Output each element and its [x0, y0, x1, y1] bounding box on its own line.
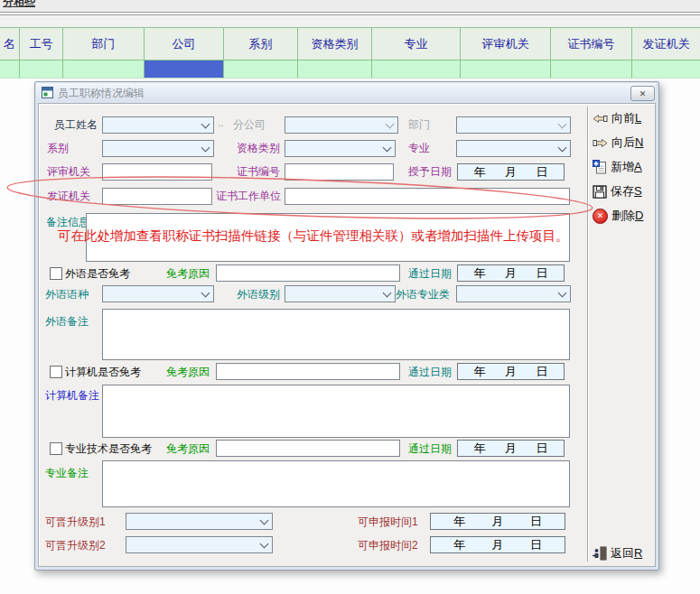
prev-mnemonic: L [635, 111, 641, 125]
grid-header-empno[interactable]: 工号 [20, 27, 63, 60]
fl-pass-date-field[interactable]: 年 月 日 [457, 265, 565, 282]
label-issue-org: 发证机关 [47, 190, 90, 202]
delete-button[interactable]: ✕ 删除D [593, 207, 656, 225]
fl-reason-input[interactable] [216, 265, 400, 282]
label-qual-type: 资格类别 [237, 143, 280, 154]
grid-header-series[interactable]: 系别 [224, 27, 298, 60]
label-tech-pass-date: 通过日期 [408, 443, 452, 455]
grid-header-name[interactable]: 名 [0, 27, 20, 60]
grid-header-dept[interactable]: 部门 [63, 27, 145, 60]
pc-note-textarea[interactable] [102, 385, 570, 438]
issue-org-input[interactable] [102, 188, 212, 205]
review-org-input[interactable] [102, 163, 212, 181]
fl-exempt-checkbox[interactable] [50, 267, 62, 280]
fl-level-combo[interactable] [285, 285, 396, 302]
label-fl-level: 外语级别 [237, 289, 280, 301]
back-button-label: 返回 [611, 546, 634, 560]
employee-name-combo[interactable] [102, 116, 214, 134]
add-button-label: 新增 [611, 160, 634, 173]
chevron-down-icon [558, 144, 567, 153]
dept-combo-disabled [456, 116, 571, 134]
back-button[interactable]: 返回R [593, 544, 656, 562]
grid-cell[interactable] [20, 60, 63, 79]
apply-time-2-field[interactable]: 年 月 日 [430, 536, 565, 553]
fl-note-textarea[interactable] [102, 309, 570, 360]
tech-pass-date-field[interactable]: 年 月 日 [457, 440, 565, 457]
grid-cell[interactable] [372, 60, 461, 79]
new-page-plus-icon [593, 160, 607, 174]
promote-level-2-combo[interactable] [126, 536, 273, 553]
tech-reason-input[interactable] [216, 440, 400, 457]
grid-cell[interactable] [0, 60, 20, 79]
pc-reason-input[interactable] [216, 363, 400, 380]
close-icon: ✕ [639, 89, 647, 98]
series-combo[interactable] [102, 140, 214, 157]
grid-cell[interactable] [63, 60, 145, 79]
grid-cell-selected[interactable] [145, 60, 224, 79]
save-mnemonic: S [634, 184, 642, 198]
tech-exempt-checkbox[interactable] [50, 442, 62, 455]
apply-time-1-field[interactable]: 年 月 日 [430, 513, 565, 530]
pc-pass-date-field[interactable]: 年 月 日 [457, 363, 565, 380]
floppy-save-icon [593, 185, 607, 199]
close-button[interactable]: ✕ [630, 86, 655, 101]
tech-note-textarea[interactable] [102, 460, 570, 507]
save-button-label: 保存 [611, 184, 634, 198]
next-button[interactable]: 向后N [593, 134, 656, 152]
grid-header-revieworg[interactable]: 评审机关 [461, 27, 551, 60]
delete-x-icon: ✕ [593, 209, 608, 224]
award-date-field[interactable]: 年 月 日 [457, 163, 565, 181]
grid-cell[interactable] [551, 60, 632, 79]
clipped-top-text: 分相些 [3, 0, 35, 10]
grid-header-major[interactable]: 专业 [372, 27, 461, 60]
label-tech-exempt: 专业技术是否免考 [65, 443, 152, 455]
grid-header-company[interactable]: 公司 [145, 27, 224, 60]
label-fl-lang: 外语语种 [45, 289, 89, 301]
save-button[interactable]: 保存S [593, 182, 656, 200]
label-fl-exempt: 外语是否免考 [65, 268, 130, 280]
chevron-down-icon [201, 289, 210, 298]
add-button[interactable]: 新增A [593, 158, 656, 176]
label-review-org: 评审机关 [47, 166, 90, 178]
annotation-note-text: 可在此处增加查看职称证书扫描件链接（与证件管理相关联）或者增加扫描件上传项目。 [58, 227, 569, 245]
label-tech-reason: 免考原因 [166, 443, 210, 455]
prev-button[interactable]: 向前L [593, 109, 656, 127]
chevron-down-icon [558, 120, 567, 129]
panel-divider [587, 107, 589, 562]
label-cert-no: 证书编号 [237, 166, 280, 178]
grid-cell[interactable] [461, 60, 551, 79]
qual-type-combo[interactable] [285, 140, 396, 157]
delete-button-label: 删除 [611, 209, 635, 222]
grid-header-qualtype[interactable]: 资格类别 [298, 27, 372, 60]
grid-cell[interactable] [298, 60, 372, 79]
chevron-down-icon [558, 289, 567, 298]
next-button-label: 向后 [611, 135, 635, 149]
major-combo[interactable] [456, 140, 571, 157]
fl-lang-combo[interactable] [102, 285, 214, 302]
pc-exempt-checkbox[interactable] [50, 366, 62, 378]
label-fl-note: 外语备注 [45, 316, 89, 328]
fl-category-combo[interactable] [456, 285, 571, 302]
label-employee-name: 员工姓名 [54, 119, 98, 131]
dialog-titlebar[interactable]: 员工职称情况编辑 [36, 83, 656, 101]
grid-header-issueorg[interactable]: 发证机关 [632, 27, 700, 60]
label-apply-time-1: 可申报时间1 [358, 516, 418, 528]
label-fl-pass-date: 通过日期 [408, 268, 452, 280]
cert-no-input[interactable] [285, 163, 394, 181]
grid-cell[interactable] [632, 60, 700, 79]
branch-combo-disabled [285, 116, 398, 134]
top-strip: 分相些 [0, 0, 700, 12]
label-branch: 分公司 [233, 119, 266, 131]
cert-work-unit-input[interactable] [285, 188, 570, 205]
label-series: 系别 [47, 143, 69, 154]
label-promote-level-1: 可晋升级别1 [45, 516, 106, 528]
grid-header-certno[interactable]: 证书编号 [551, 27, 632, 60]
toolbar-band [0, 15, 700, 27]
label-pc-reason: 免考原因 [166, 367, 210, 378]
grid-cell[interactable] [224, 60, 298, 79]
label-fl-category: 外语专业类 [396, 289, 450, 301]
label-apply-time-2: 可申报时间2 [358, 540, 418, 552]
promote-level-1-combo[interactable] [126, 513, 273, 530]
label-fl-reason: 免考原因 [166, 268, 210, 280]
label-pc-pass-date: 通过日期 [408, 367, 452, 378]
